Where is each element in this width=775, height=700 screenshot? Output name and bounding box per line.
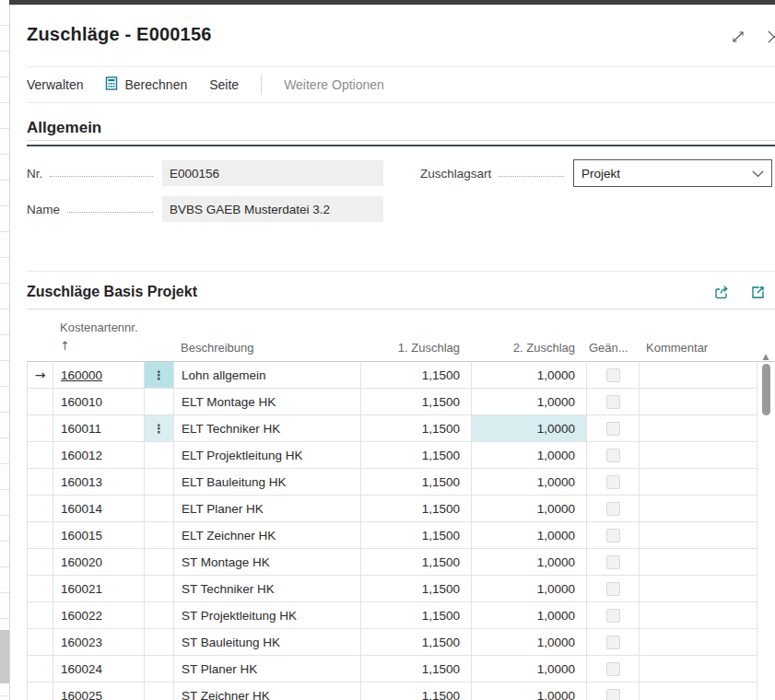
kostenartennr-cell[interactable]: 160013 [53, 469, 145, 495]
kommentar-cell[interactable] [640, 682, 757, 700]
kommentar-cell[interactable] [640, 576, 757, 601]
geaendert-checkbox[interactable] [606, 502, 620, 516]
header-geaendert[interactable]: Geän... [586, 341, 639, 355]
kommentar-cell[interactable] [640, 362, 757, 388]
zuschlag2-cell[interactable]: 1,0000 [472, 389, 587, 414]
zuschlag2-cell[interactable]: 1,0000 [472, 415, 587, 441]
zuschlag1-cell[interactable]: 1,1500 [361, 522, 472, 548]
zuschlag2-cell[interactable]: 1,0000 [472, 522, 587, 548]
kostenartennr-cell[interactable]: 160025 [53, 682, 145, 700]
zuschlag2-cell[interactable]: 1,0000 [472, 362, 587, 388]
beschreibung-cell[interactable]: ST Montage HK [174, 549, 361, 575]
geaendert-checkbox[interactable] [606, 582, 620, 596]
close-icon[interactable] [767, 29, 775, 44]
zuschlag1-cell[interactable]: 1,1500 [361, 656, 472, 682]
berechnen-button[interactable]: Berechnen [105, 76, 187, 93]
open-in-new-icon[interactable] [750, 285, 766, 300]
zuschlag1-cell[interactable]: 1,1500 [361, 362, 472, 388]
seite-button[interactable]: Seite [209, 77, 239, 92]
weitere-optionen-button[interactable]: Weitere Optionen [284, 77, 384, 92]
zuschlag1-cell[interactable]: 1,1500 [361, 549, 472, 575]
zuschlag1-cell[interactable]: 1,1500 [361, 629, 472, 655]
row-options-button[interactable]: ⋮ [145, 362, 174, 388]
nr-field[interactable]: E000156 [162, 160, 383, 186]
zuschlag1-cell[interactable]: 1,1500 [361, 389, 472, 414]
table-scrollbar[interactable]: ▲ [758, 348, 773, 700]
header-zuschlag2[interactable]: 2. Zuschlag [471, 341, 586, 355]
beschreibung-cell[interactable]: ST Projektleitung HK [174, 602, 361, 628]
name-field[interactable]: BVBS GAEB Musterdatei 3.2 [162, 196, 383, 222]
geaendert-checkbox[interactable] [606, 475, 620, 489]
kommentar-cell[interactable] [640, 469, 757, 495]
kostenartennr-cell[interactable]: 160021 [53, 576, 145, 601]
header-zuschlag1[interactable]: 1. Zuschlag [360, 341, 471, 355]
geaendert-checkbox[interactable] [606, 529, 620, 542]
kommentar-cell[interactable] [640, 496, 757, 521]
beschreibung-cell[interactable]: ELT Techniker HK [174, 415, 361, 441]
kostenartennr-cell[interactable]: 160022 [53, 602, 145, 628]
kostenartennr-cell[interactable]: 160014 [53, 496, 145, 521]
zuschlag2-cell[interactable]: 1,0000 [472, 682, 587, 700]
header-kostenartennr[interactable]: Kostenartennr. ↑ [53, 319, 144, 355]
zuschlag2-cell[interactable]: 1,0000 [472, 496, 587, 521]
scrollbar-up-arrow[interactable]: ▲ [763, 348, 769, 364]
geaendert-checkbox[interactable] [606, 689, 620, 700]
zuschlag1-cell[interactable]: 1,1500 [361, 602, 472, 628]
kostenartennr-cell[interactable]: 160024 [53, 656, 145, 682]
verwalten-button[interactable]: Verwalten [27, 77, 83, 92]
zuschlag2-cell[interactable]: 1,0000 [472, 629, 587, 655]
geaendert-checkbox[interactable] [606, 395, 620, 409]
zuschlag2-cell[interactable]: 1,0000 [472, 656, 587, 682]
expand-window-icon[interactable] [731, 29, 746, 44]
zuschlag1-cell[interactable]: 1,1500 [361, 496, 472, 521]
share-icon[interactable] [713, 285, 730, 300]
beschreibung-cell[interactable]: ELT Planer HK [174, 496, 361, 521]
geaendert-checkbox[interactable] [606, 662, 620, 676]
geaendert-checkbox[interactable] [606, 422, 620, 436]
zuschlag1-cell[interactable]: 1,1500 [361, 415, 472, 441]
beschreibung-cell[interactable]: ELT Bauleitung HK [174, 469, 361, 495]
kostenartennr-cell[interactable]: 160012 [53, 442, 145, 468]
kommentar-cell[interactable] [640, 389, 757, 414]
kostenartennr-cell[interactable]: 160020 [53, 549, 145, 575]
geaendert-checkbox[interactable] [606, 449, 620, 462]
beschreibung-cell[interactable]: ST Techniker HK [174, 576, 361, 601]
kommentar-cell[interactable] [640, 549, 757, 575]
kostenartennr-cell[interactable]: 160011 [53, 415, 145, 441]
kommentar-cell[interactable] [640, 629, 757, 655]
zuschlag2-cell[interactable]: 1,0000 [472, 576, 587, 601]
kommentar-cell[interactable] [640, 442, 757, 468]
beschreibung-cell[interactable]: ST Zeichner HK [174, 682, 361, 700]
geaendert-checkbox[interactable] [606, 636, 620, 649]
zuschlag1-cell[interactable]: 1,1500 [361, 576, 472, 601]
beschreibung-cell[interactable]: Lohn allgemein [174, 362, 361, 388]
kommentar-cell[interactable] [640, 522, 757, 548]
zuschlag1-cell[interactable]: 1,1500 [361, 682, 472, 700]
zuschlag2-cell[interactable]: 1,0000 [472, 469, 587, 495]
beschreibung-cell[interactable]: ELT Projektleitung HK [174, 442, 361, 468]
kommentar-cell[interactable] [640, 656, 757, 682]
kommentar-cell[interactable] [640, 602, 757, 628]
beschreibung-cell[interactable]: ST Planer HK [174, 656, 361, 682]
kostenartennr-cell[interactable]: 160010 [53, 389, 145, 414]
geaendert-checkbox[interactable] [606, 609, 620, 623]
kommentar-cell[interactable] [640, 415, 757, 441]
beschreibung-cell[interactable]: ST Bauleitung HK [174, 629, 361, 655]
zuschlag2-cell[interactable]: 1,0000 [472, 602, 587, 628]
beschreibung-cell[interactable]: ELT Zeichner HK [174, 522, 361, 548]
geaendert-checkbox[interactable] [606, 555, 620, 569]
zuschlag1-cell[interactable]: 1,1500 [361, 442, 472, 468]
zuschlag2-cell[interactable]: 1,0000 [472, 549, 587, 575]
zuschlag2-cell[interactable]: 1,0000 [472, 442, 587, 468]
row-options-button[interactable]: ⋮ [145, 415, 174, 441]
kostenartennr-cell[interactable]: 160023 [53, 629, 145, 655]
beschreibung-cell[interactable]: ELT Montage HK [174, 389, 361, 414]
zuschlagsart-combobox[interactable]: Projekt [573, 159, 772, 187]
kostenartennr-cell[interactable]: 160015 [53, 522, 145, 548]
kostenartennr-cell[interactable]: 160000 [53, 362, 145, 388]
zuschlag1-cell[interactable]: 1,1500 [361, 469, 472, 495]
header-kommentar[interactable]: Kommentar [639, 341, 757, 355]
geaendert-checkbox[interactable] [606, 368, 620, 382]
scrollbar-thumb[interactable] [762, 364, 770, 415]
header-beschreibung[interactable]: Beschreibung [173, 341, 360, 355]
